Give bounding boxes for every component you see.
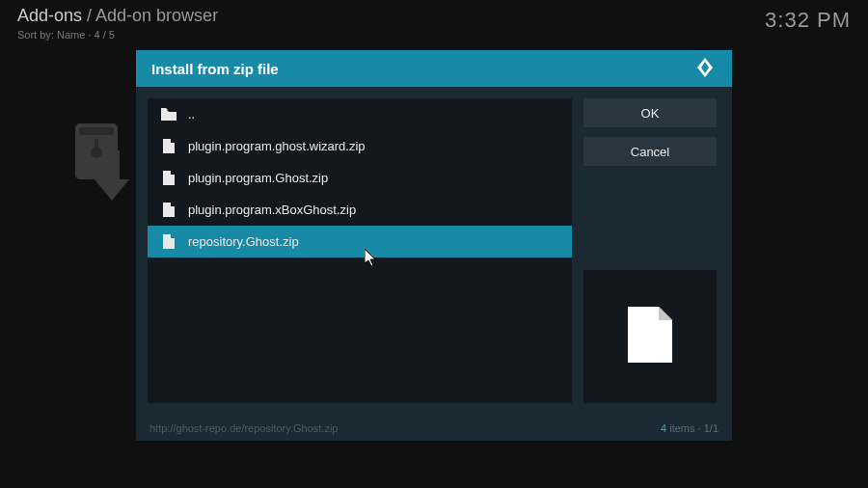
folder-icon bbox=[161, 107, 176, 122]
svg-rect-1 bbox=[79, 127, 114, 135]
file-label: repository.Ghost.zip bbox=[188, 234, 299, 249]
file-icon bbox=[161, 203, 176, 218]
breadcrumb-rest: / Add-on browser bbox=[82, 6, 218, 25]
sort-info: Sort by: Name · 4 / 5 bbox=[17, 29, 115, 41]
breadcrumb: Add-ons / Add-on browser bbox=[17, 6, 218, 26]
svg-rect-3 bbox=[95, 139, 98, 152]
zip-download-icon bbox=[75, 123, 133, 205]
footer-item-count: 4 items · 1/1 bbox=[661, 422, 719, 434]
file-label: .. bbox=[188, 107, 195, 122]
file-icon bbox=[161, 171, 176, 186]
dialog-footer: http://ghost-repo.de/repository.Ghost.zi… bbox=[136, 415, 732, 441]
dialog-titlebar: Install from zip file bbox=[136, 50, 732, 87]
footer-items-label: items · bbox=[666, 422, 704, 434]
file-label: plugin.program.xBoxGhost.zip bbox=[188, 203, 356, 217]
dialog-title-text: Install from zip file bbox=[151, 61, 279, 77]
file-item-selected[interactable]: repository.Ghost.zip bbox=[148, 226, 572, 258]
file-label: plugin.program.ghost.wizard.zip bbox=[188, 139, 366, 153]
breadcrumb-first: Add-ons bbox=[17, 6, 82, 25]
footer-page: 1/1 bbox=[704, 422, 719, 434]
install-zip-dialog: Install from zip file .. plugin.program.… bbox=[136, 50, 732, 441]
file-item[interactable]: plugin.program.ghost.wizard.zip bbox=[148, 130, 572, 162]
cancel-button[interactable]: Cancel bbox=[583, 137, 717, 166]
ok-button[interactable]: OK bbox=[583, 98, 717, 127]
dialog-right-panel: OK Cancel bbox=[583, 98, 717, 403]
footer-path: http://ghost-repo.de/repository.Ghost.zi… bbox=[149, 422, 338, 434]
file-list: .. plugin.program.ghost.wizard.zip plugi… bbox=[148, 98, 572, 403]
preview-panel bbox=[583, 270, 717, 403]
file-parent-dir[interactable]: .. bbox=[148, 98, 572, 130]
file-icon bbox=[161, 234, 176, 250]
file-label: plugin.program.Ghost.zip bbox=[188, 171, 328, 185]
clock: 3:32 PM bbox=[765, 8, 851, 33]
file-icon bbox=[161, 139, 176, 154]
kodi-logo-icon bbox=[693, 56, 717, 82]
dialog-body: .. plugin.program.ghost.wizard.zip plugi… bbox=[136, 87, 732, 415]
file-item[interactable]: plugin.program.Ghost.zip bbox=[148, 162, 572, 194]
file-preview-icon bbox=[628, 307, 672, 366]
file-item[interactable]: plugin.program.xBoxGhost.zip bbox=[148, 194, 572, 226]
